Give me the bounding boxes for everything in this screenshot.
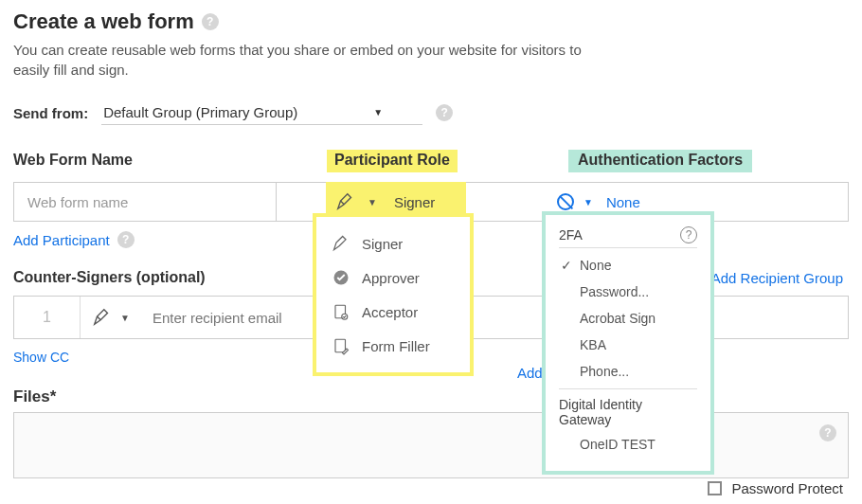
page-title: Create a web form [13,9,194,34]
help-icon[interactable]: ? [202,13,219,30]
signer-icon [335,191,356,212]
participant-role-header: Participant Role [327,150,458,172]
auth-option-label: OneID TEST [580,437,655,452]
auth-option-label: None [580,258,611,273]
page-subtitle: You can create reusable web forms that y… [13,40,582,80]
role-option-label: Signer [362,236,403,252]
role-option-label: Approver [362,270,420,286]
password-protect-option[interactable]: Password Protect [708,480,843,496]
auth-option-acrobat-sign[interactable]: Acrobat Sign [559,305,697,332]
add-recipient-group-link[interactable]: Add Recipient Group [711,270,843,286]
send-from-select[interactable]: Default Group (Primary Group) ▼ [101,100,422,125]
signer-icon [92,307,113,328]
chevron-down-icon: ▼ [373,107,383,117]
none-icon [557,193,574,210]
counter-index: 1 [14,297,81,338]
web-form-name-input[interactable]: Web form name [13,182,277,222]
files-label: Files* [13,387,56,405]
show-cc-link[interactable]: Show CC [13,350,69,365]
help-icon[interactable]: ? [680,226,697,243]
auth-selected-label: None [606,194,640,210]
role-selected-label: Signer [394,194,435,210]
participant-role-dropdown: Signer Approver Acceptor Form Filler [313,213,474,376]
chevron-down-icon: ▼ [368,197,377,207]
help-icon[interactable]: ? [819,424,836,441]
auth-section-dig: Digital Identity Gateway [559,388,697,431]
auth-option-label: Acrobat Sign [580,311,655,326]
password-protect-label: Password Protect [731,480,843,496]
auth-option-label: Phone... [580,364,629,379]
help-icon[interactable]: ? [436,104,453,121]
auth-factors-header: Authentication Factors [568,150,752,172]
help-icon[interactable]: ? [117,231,135,248]
auth-option-label: KBA [580,337,606,352]
web-form-name-header: Web Form Name [13,152,133,169]
role-option-acceptor[interactable]: Acceptor [316,295,470,329]
approver-icon [332,268,350,287]
auth-section-2fa: 2FA [559,227,583,243]
send-from-value: Default Group (Primary Group) [103,104,297,120]
auth-option-label: Password... [580,284,649,299]
acceptor-icon [332,302,350,321]
counter-email-input[interactable]: Enter recipient email [141,310,848,326]
role-option-signer[interactable]: Signer [316,226,470,261]
auth-option-password[interactable]: Password... [559,279,697,305]
auth-option-kba[interactable]: KBA [559,332,697,358]
send-from-label: Send from: [13,105,88,121]
chevron-down-icon: ▼ [584,197,593,207]
role-option-label: Form Filler [362,338,430,354]
counter-role-select[interactable]: ▼ [81,307,141,328]
form-filler-icon [332,336,350,355]
svg-rect-3 [335,339,346,352]
checkbox-icon[interactable] [708,481,722,495]
chevron-down-icon: ▼ [120,313,130,323]
role-option-approver[interactable]: Approver [316,261,470,295]
auth-factors-dropdown: 2FA ? None Password... Acrobat Sign KBA … [542,211,714,475]
files-dropzone[interactable]: ? [13,412,849,478]
auth-option-oneid-test[interactable]: OneID TEST [559,431,697,458]
auth-option-phone[interactable]: Phone... [559,358,697,385]
role-option-label: Acceptor [362,304,418,320]
auth-option-none[interactable]: None [559,252,697,279]
signer-icon [332,234,350,253]
add-participant-link[interactable]: Add Participant [13,232,110,248]
role-option-form-filler[interactable]: Form Filler [316,329,470,363]
